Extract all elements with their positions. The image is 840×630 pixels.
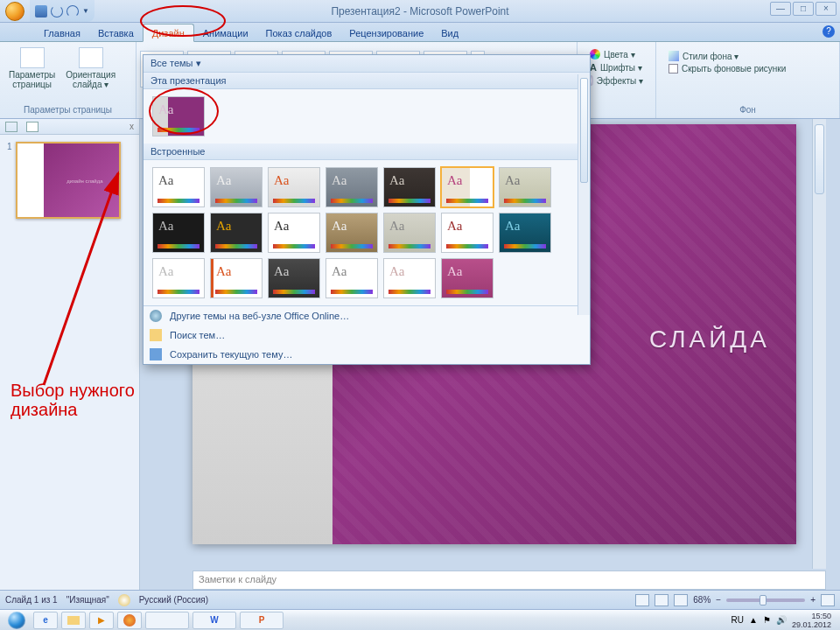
status-bar: Слайд 1 из 1 "Изящная" Русский (Россия) … — [0, 590, 840, 609]
zoom-out-button[interactable]: − — [716, 595, 721, 605]
theme-thumb-0[interactable]: Aa — [152, 167, 205, 207]
save-theme-icon — [150, 348, 162, 360]
start-button[interactable] — [4, 611, 30, 630]
sorter-view-button[interactable] — [654, 594, 668, 606]
theme-thumb-1[interactable]: Aa — [210, 167, 262, 207]
theme-fonts-button[interactable]: AШрифты ▾ — [590, 62, 643, 73]
ribbon-tabs: Главная Вставка Дизайн Анимации Показ сл… — [0, 23, 840, 42]
taskbar-powerpoint-icon[interactable]: P — [240, 612, 284, 629]
colors-icon — [590, 49, 600, 60]
taskbar-word-icon[interactable]: W — [192, 612, 236, 629]
tray-network-icon[interactable]: ⚑ — [763, 615, 771, 625]
outline-tab-icon[interactable] — [5, 122, 18, 132]
undo-icon[interactable] — [51, 5, 63, 18]
gallery-this-presentation-header: Эта презентация — [144, 73, 590, 89]
slide-thumbnail[interactable]: дизайн слайда — [16, 142, 121, 219]
title-bar: ▼ Презентация2 - Microsoft PowerPoint — … — [0, 0, 840, 23]
checkbox-icon — [668, 64, 678, 74]
tray-volume-icon[interactable]: 🔊 — [776, 615, 787, 625]
slides-tab-icon[interactable] — [26, 122, 38, 132]
more-themes-online[interactable]: Другие темы на веб-узле Office Online… — [144, 306, 590, 326]
status-theme-name: "Изящная" — [66, 595, 109, 605]
zoom-value: 68% — [693, 595, 710, 605]
taskbar-media-icon[interactable]: ▶ — [89, 612, 114, 629]
page-setup-icon — [20, 47, 45, 68]
theme-thumb-12[interactable]: Aa — [441, 213, 494, 253]
tab-home[interactable]: Главная — [35, 24, 89, 41]
zoom-in-button[interactable]: + — [810, 595, 816, 605]
theme-thumb-6[interactable]: Aa — [499, 167, 551, 207]
group-page-setup-label: Параметры страницы — [7, 103, 129, 115]
taskbar-firefox-icon[interactable] — [117, 612, 142, 629]
tray-lang[interactable]: RU — [732, 615, 744, 625]
theme-thumb-10[interactable]: Aa — [326, 213, 378, 253]
theme-thumb-17[interactable]: Aa — [326, 258, 378, 298]
hide-background-checkbox[interactable]: Скрыть фоновые рисунки — [668, 64, 827, 74]
taskbar-app-1[interactable] — [145, 612, 189, 629]
theme-thumb-8[interactable]: Aa — [210, 213, 262, 253]
slideshow-view-button[interactable] — [674, 594, 688, 606]
group-background-label: Фон — [663, 103, 832, 115]
theme-thumb-16[interactable]: Aa — [268, 258, 320, 298]
theme-thumb-18[interactable]: Aa — [383, 258, 436, 298]
tab-slideshow[interactable]: Показ слайдов — [257, 24, 341, 41]
notes-pane[interactable]: Заметки к слайду — [192, 570, 826, 590]
page-setup-button[interactable]: Параметры страницы — [7, 46, 57, 91]
background-styles-button[interactable]: Стили фона ▾ — [668, 51, 827, 61]
taskbar: e ▶ W P RU ▲ ⚑ 🔊 15:50 29.01.2012 — [0, 609, 840, 630]
zoom-slider[interactable] — [726, 598, 805, 602]
theme-thumb-13[interactable]: Aa — [499, 213, 551, 253]
theme-thumb-3[interactable]: Aa — [326, 167, 378, 207]
qat-dropdown-icon[interactable]: ▼ — [82, 7, 89, 15]
save-icon[interactable] — [35, 5, 47, 18]
theme-thumb-14[interactable]: Aa — [152, 258, 205, 298]
theme-thumb-9[interactable]: Aa — [268, 213, 320, 253]
tab-animations[interactable]: Анимации — [194, 24, 257, 41]
gallery-all-themes-header[interactable]: Все темы ▾ — [144, 55, 590, 73]
slide-panel: x 1 дизайн слайда — [0, 119, 140, 590]
tray-clock[interactable]: 15:50 29.01.2012 — [792, 612, 831, 629]
minimize-button[interactable]: — — [770, 2, 791, 16]
theme-thumb-5[interactable]: Aa — [441, 167, 494, 207]
tab-view[interactable]: Вид — [432, 24, 467, 41]
theme-thumb-11[interactable]: Aa — [383, 213, 436, 253]
tab-insert[interactable]: Вставка — [89, 24, 143, 41]
slide-orientation-button[interactable]: Ориентация слайда ▾ — [64, 46, 117, 91]
annotation-text: Выбор нужного дизайна — [10, 381, 135, 419]
tab-design[interactable]: Дизайн — [143, 24, 194, 42]
gallery-builtin-header: Встроенные — [144, 144, 590, 160]
close-button[interactable]: × — [816, 2, 836, 16]
theme-thumb-2[interactable]: Aa — [268, 167, 320, 207]
theme-thumb-7[interactable]: Aa — [152, 213, 205, 253]
gallery-scrollbar[interactable] — [578, 74, 590, 315]
save-current-theme[interactable]: Сохранить текущую тему… — [144, 345, 590, 364]
theme-thumb-15[interactable]: Aa — [210, 258, 262, 298]
browse-themes[interactable]: Поиск тем… — [144, 326, 590, 345]
status-language[interactable]: Русский (Россия) — [139, 595, 208, 605]
vertical-scrollbar[interactable] — [812, 119, 826, 569]
fit-window-button[interactable] — [821, 594, 835, 606]
slide-thumb-number: 1 — [7, 142, 12, 219]
close-panel-button[interactable]: x — [130, 122, 134, 131]
globe-icon — [150, 310, 162, 322]
folder-icon — [150, 329, 162, 341]
tab-review[interactable]: Рецензирование — [340, 24, 432, 41]
spellcheck-icon[interactable] — [118, 594, 130, 606]
bg-styles-icon — [668, 51, 679, 61]
theme-colors-button[interactable]: Цвета ▾ — [590, 49, 643, 60]
normal-view-button[interactable] — [635, 594, 649, 606]
theme-effects-button[interactable]: Эффекты ▾ — [590, 75, 643, 86]
maximize-button[interactable]: □ — [793, 2, 814, 16]
themes-dropdown-gallery: Все темы ▾ Эта презентация Aa Встроенные… — [143, 54, 591, 365]
quick-access-toolbar: ▼ — [30, 0, 94, 22]
theme-thumb-19[interactable]: Aa — [441, 258, 494, 298]
app-title: Презентация2 - Microsoft PowerPoint — [331, 5, 508, 18]
tray-flag-icon[interactable]: ▲ — [749, 615, 758, 625]
taskbar-ie-icon[interactable]: e — [33, 612, 58, 629]
help-icon[interactable]: ? — [822, 25, 835, 38]
theme-thumb-current[interactable]: Aa — [152, 96, 205, 136]
redo-icon[interactable] — [66, 5, 79, 18]
taskbar-explorer-icon[interactable] — [61, 612, 86, 629]
theme-thumb-4[interactable]: Aa — [383, 167, 436, 207]
office-button[interactable] — [0, 0, 30, 23]
